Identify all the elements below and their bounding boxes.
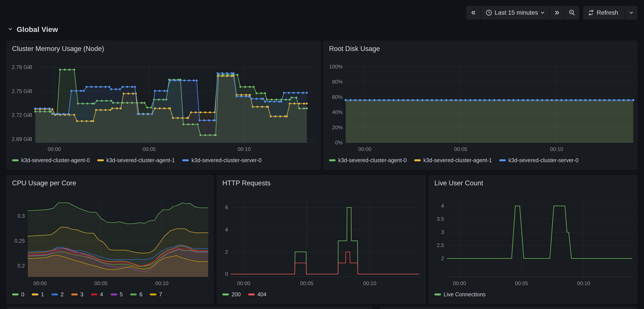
legend-series-label: k3d-severed-cluster-agent-0	[338, 157, 407, 163]
panel-title[interactable]: Live User Count	[429, 175, 637, 189]
refresh-interval-dropdown-button[interactable]	[625, 6, 638, 20]
svg-text:0.25: 0.25	[14, 238, 25, 244]
time-shift-back-button[interactable]	[466, 6, 480, 20]
refresh-label: Refresh	[597, 9, 618, 16]
svg-text:2.72 GiB: 2.72 GiB	[12, 112, 32, 118]
dashboard-toolbar: Last 15 minutes	[466, 6, 638, 20]
time-range-label: Last 15 minutes	[494, 9, 538, 16]
svg-text:00:00: 00:00	[237, 280, 250, 286]
http-requests-chart-plot[interactable]: 00:0000:0500:106420	[217, 189, 426, 288]
legend-item[interactable]: k3d-severed-cluster-agent-1	[414, 157, 492, 163]
time-range-picker-button[interactable]: Last 15 minutes	[481, 6, 549, 20]
svg-text:00:10: 00:10	[238, 146, 251, 152]
cpu-usage-chart-plot[interactable]: 00:0000:0500:100.30.250.2	[7, 189, 213, 288]
svg-text:00:05: 00:05	[142, 146, 156, 152]
legend-series-label: 0	[21, 291, 24, 298]
row-title: Global View	[17, 25, 58, 34]
series-color-swatch-icon	[91, 294, 98, 296]
svg-text:00:05: 00:05	[94, 280, 108, 286]
series-color-swatch-icon	[12, 159, 18, 161]
legend-item[interactable]: k3d-severed-cluster-agent-1	[97, 157, 175, 163]
svg-text:0.3: 0.3	[18, 213, 25, 219]
panel-cpu-usage-per-core: CPU Usage per Core 00:0000:0500:100.30.2…	[6, 175, 214, 304]
svg-text:00:10: 00:10	[550, 146, 563, 152]
legend-series-label: 404	[258, 291, 266, 298]
svg-text:00:00: 00:00	[453, 280, 466, 286]
legend-series-label: 6	[139, 291, 142, 298]
series-color-swatch-icon	[12, 294, 18, 296]
panel-live-user-count: Live User Count 00:0000:0500:1043.532.52…	[429, 175, 638, 304]
legend-item[interactable]: 6	[130, 291, 142, 298]
legend-item[interactable]: 4	[91, 291, 103, 298]
series-color-swatch-icon	[248, 294, 255, 296]
legend-series-label: k3d-severed-cluster-server-0	[508, 157, 578, 163]
cluster-memory-chart-plot[interactable]: 00:0000:0500:102.78 GiB2.75 GiB2.72 GiB2…	[7, 55, 320, 154]
chevron-down-icon	[540, 10, 545, 15]
legend-series-label: 4	[100, 291, 103, 298]
http-requests-legend: 200404	[217, 288, 426, 304]
chevrons-left-icon	[470, 9, 477, 16]
svg-text:00:10: 00:10	[363, 280, 376, 286]
legend-item[interactable]: 3	[71, 291, 84, 298]
legend-item[interactable]: 404	[248, 291, 266, 298]
svg-text:00:00: 00:00	[34, 280, 47, 286]
legend-item[interactable]: k3d-severed-cluster-server-0	[499, 157, 578, 163]
series-color-swatch-icon	[329, 159, 336, 161]
panel-stub-right	[380, 307, 638, 309]
legend-item[interactable]: 2	[52, 291, 64, 298]
svg-text:4: 4	[441, 203, 444, 209]
sync-icon	[588, 9, 594, 16]
legend-item[interactable]: Live Connections	[434, 291, 486, 298]
clock-icon	[486, 9, 492, 16]
live-user-chart-plot[interactable]: 00:0000:0500:1043.532.52	[429, 189, 637, 288]
zoom-out-time-button[interactable]	[565, 6, 579, 20]
svg-text:80%: 80%	[332, 79, 342, 85]
series-color-swatch-icon	[71, 294, 78, 296]
live-user-legend: Live Connections	[429, 288, 637, 304]
chevron-down-icon	[629, 10, 634, 15]
panel-stub-left	[6, 307, 372, 309]
svg-text:0.2: 0.2	[18, 263, 25, 269]
legend-item[interactable]: k3d-severed-cluster-agent-0	[329, 157, 407, 163]
legend-item[interactable]: 1	[32, 291, 44, 298]
svg-text:2.5: 2.5	[437, 242, 444, 248]
series-color-swatch-icon	[52, 294, 58, 296]
svg-text:00:05: 00:05	[454, 146, 467, 152]
svg-text:2.75 GiB: 2.75 GiB	[12, 88, 32, 94]
row-toggle-global-view[interactable]: Global View	[8, 25, 58, 34]
svg-text:20%: 20%	[332, 124, 342, 130]
refresh-controls: Refresh	[583, 6, 638, 20]
series-color-swatch-icon	[434, 294, 441, 296]
svg-text:100%: 100%	[329, 64, 342, 70]
svg-text:00:10: 00:10	[577, 280, 590, 286]
legend-series-label: k3d-severed-cluster-agent-1	[424, 157, 492, 163]
legend-item[interactable]: 0	[12, 291, 24, 298]
legend-item[interactable]: k3d-severed-cluster-server-0	[182, 157, 262, 163]
cluster-memory-legend: k3d-severed-cluster-agent-0k3d-severed-c…	[7, 154, 320, 169]
series-color-swatch-icon	[222, 294, 229, 296]
svg-text:0%: 0%	[335, 140, 342, 146]
root-disk-chart-plot[interactable]: 00:0000:0500:10100%80%60%40%20%0%	[324, 55, 637, 154]
svg-text:00:10: 00:10	[155, 280, 168, 286]
legend-item[interactable]: 7	[150, 291, 162, 298]
series-color-swatch-icon	[182, 159, 189, 161]
legend-series-label: k3d-severed-cluster-server-0	[192, 157, 262, 163]
svg-text:0: 0	[225, 271, 228, 277]
legend-item[interactable]: k3d-severed-cluster-agent-0	[12, 157, 90, 163]
series-color-swatch-icon	[32, 294, 38, 296]
legend-series-label: 2	[61, 291, 64, 298]
refresh-button[interactable]: Refresh	[583, 6, 625, 20]
svg-text:00:00: 00:00	[48, 146, 61, 152]
time-shift-forward-button[interactable]	[550, 6, 564, 20]
panel-title[interactable]: HTTP Requests	[217, 175, 426, 189]
legend-series-label: 7	[159, 291, 162, 298]
panel-title[interactable]: CPU Usage per Core	[7, 175, 213, 189]
panel-cluster-memory-usage: Cluster Memory Usage (Node) 00:0000:0500…	[6, 41, 320, 170]
series-color-swatch-icon	[414, 159, 421, 161]
series-color-swatch-icon	[110, 294, 117, 296]
panel-title[interactable]: Root Disk Usage	[324, 41, 637, 55]
legend-item[interactable]: 200	[222, 291, 241, 298]
svg-text:2: 2	[225, 249, 228, 255]
panel-title[interactable]: Cluster Memory Usage (Node)	[7, 41, 320, 55]
legend-item[interactable]: 5	[110, 291, 123, 298]
